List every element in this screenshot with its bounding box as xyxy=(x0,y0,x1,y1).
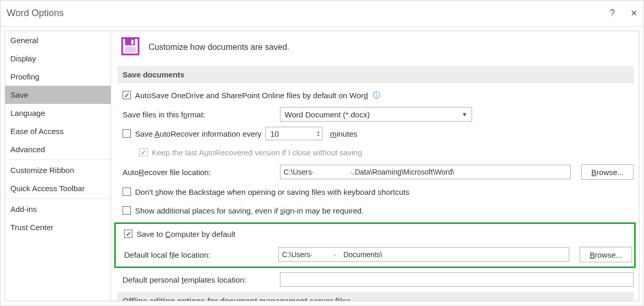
autosave-label: AutoSave OneDrive and SharePoint Online … xyxy=(135,91,368,100)
titlebar: Word Options ? ✕ xyxy=(1,1,643,26)
save-format-row: Save files in this format: Word Document… xyxy=(117,107,634,122)
autorecover-location-label: AutoRecover file location: xyxy=(123,168,276,177)
sidebar-item-save[interactable]: Save xyxy=(5,86,111,104)
sidebar-item-advanced[interactable]: Advanced xyxy=(5,140,111,158)
autosave-checkbox[interactable] xyxy=(123,91,131,99)
highlight-annotation: Save to Computer by default Default loca… xyxy=(114,222,636,268)
keep-last-row: Keep the last AutoRecovered version if I… xyxy=(117,145,634,159)
default-local-location-row: Default local file location: C:\Users· ·… xyxy=(116,247,632,262)
additional-places-row: Show additional places for saving, even … xyxy=(117,204,634,217)
additional-places-checkbox[interactable] xyxy=(123,206,131,215)
svg-rect-3 xyxy=(131,40,133,45)
autorecover-interval-row: Save AutoRecover information every 10 ▲▼… xyxy=(117,127,634,140)
sidebar-separator xyxy=(5,159,111,160)
dont-show-backstage-label: Don't show the Backstage when opening or… xyxy=(135,188,409,196)
default-local-browse-button[interactable]: Browse... xyxy=(580,247,632,262)
autorecover-minutes-spinner[interactable]: 10 ▲▼ xyxy=(265,127,323,140)
window-title: Word Options xyxy=(7,8,64,19)
sidebar-item-customize-ribbon[interactable]: Customize Ribbon xyxy=(5,161,111,179)
sidebar-item-quick-access-toolbar[interactable]: Quick Access Toolbar xyxy=(5,179,111,197)
autorecover-browse-button[interactable]: Browse... xyxy=(581,164,634,180)
autorecover-location-row: AutoRecover file location: C:\Users· ·․D… xyxy=(117,164,634,180)
help-icon[interactable]: ? xyxy=(610,8,615,19)
sidebar-item-ease-of-access[interactable]: Ease of Access xyxy=(5,122,111,140)
dont-show-backstage-row: Don't show the Backstage when opening or… xyxy=(117,185,634,198)
chevron-down-icon[interactable]: ▼ xyxy=(317,134,320,137)
keep-last-label: Keep the last AutoRecovered version if I… xyxy=(152,148,362,157)
section-offline-editing: Offline editing options for document man… xyxy=(117,292,634,301)
sidebar-item-add-ins[interactable]: Add-ins xyxy=(5,200,111,218)
autorecover-minutes-value: 10 xyxy=(270,129,279,138)
panel-header: Customize how documents are saved. xyxy=(117,35,634,59)
sidebar-separator xyxy=(5,198,111,199)
keep-last-checkbox xyxy=(139,148,147,156)
save-format-value: Word Document (*.docx) xyxy=(285,110,370,119)
autorecover-location-input[interactable]: C:\Users· ·․Data\Roaming\Microsoft\Word\ xyxy=(280,165,571,179)
chevron-up-icon[interactable]: ▲ xyxy=(317,130,320,134)
dialog-body: General Display Proofing Save Language E… xyxy=(1,26,643,305)
sidebar-item-proofing[interactable]: Proofing xyxy=(5,68,111,86)
svg-rect-4 xyxy=(125,47,136,53)
section-save-documents: Save documents xyxy=(117,66,634,83)
additional-places-label: Show additional places for saving, even … xyxy=(135,206,364,215)
save-disk-icon xyxy=(119,35,141,59)
save-to-computer-checkbox[interactable] xyxy=(124,230,132,238)
save-to-computer-row: Save to Computer by default xyxy=(116,227,632,241)
info-icon[interactable]: i xyxy=(373,91,380,99)
autorecover-checkbox[interactable] xyxy=(123,129,131,138)
autosave-row: AutoSave OneDrive and SharePoint Online … xyxy=(117,88,634,102)
default-templates-location-label: Default personal templates location: xyxy=(123,275,276,284)
spinner-buttons[interactable]: ▲▼ xyxy=(317,130,323,137)
default-templates-location-input[interactable] xyxy=(280,272,634,287)
titlebar-controls: ? ✕ xyxy=(610,8,637,19)
save-to-computer-label: Save to Computer by default xyxy=(137,230,235,238)
chevron-down-icon: ▼ xyxy=(462,111,467,117)
save-format-select[interactable]: Word Document (*.docx) ▼ xyxy=(280,107,472,122)
default-local-location-input[interactable]: C:\Users· · Documents\ xyxy=(278,247,569,262)
close-icon[interactable]: ✕ xyxy=(630,8,637,18)
panel-header-text: Customize how documents are saved. xyxy=(149,43,289,52)
default-local-location-label: Default local file location: xyxy=(124,250,274,259)
sidebar-item-trust-center[interactable]: Trust Center xyxy=(5,218,111,236)
dont-show-backstage-checkbox[interactable] xyxy=(123,188,131,196)
default-templates-location-row: Default personal templates location: xyxy=(117,272,634,287)
save-format-label: Save files in this format: xyxy=(123,110,276,119)
main-panel: Customize how documents are saved. Save … xyxy=(111,31,639,301)
word-options-window: Word Options ? ✕ General Display Proofin… xyxy=(0,0,644,306)
sidebar-item-general[interactable]: General xyxy=(5,31,111,49)
autorecover-label: Save AutoRecover information every xyxy=(135,129,261,138)
sidebar-item-language[interactable]: Language xyxy=(5,104,111,122)
sidebar-item-display[interactable]: Display xyxy=(5,49,111,68)
minutes-label: minutes xyxy=(330,129,357,138)
sidebar: General Display Proofing Save Language E… xyxy=(5,31,111,301)
